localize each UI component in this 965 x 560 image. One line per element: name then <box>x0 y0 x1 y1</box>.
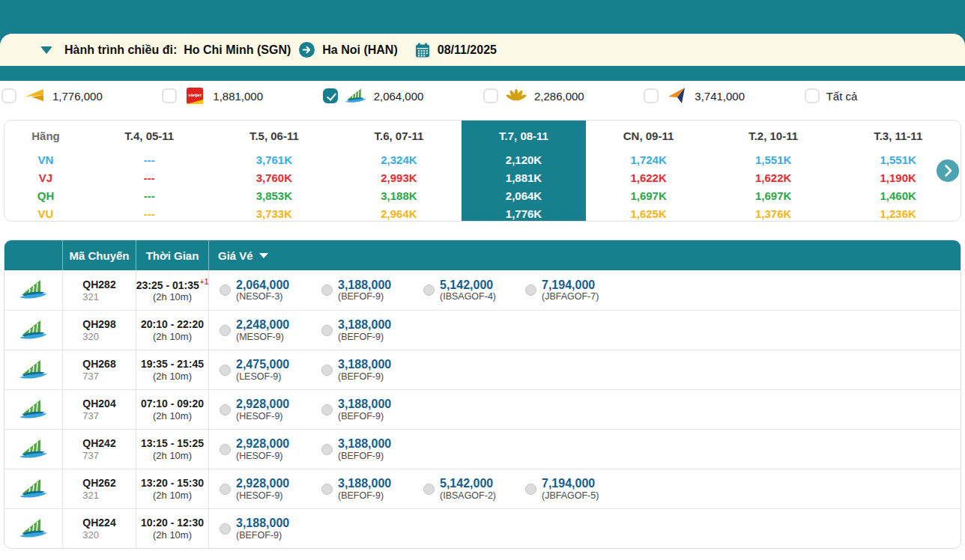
fare-option[interactable]: 2,928,000(HESOF-9) <box>220 437 321 461</box>
collapse-caret-icon[interactable] <box>40 46 52 54</box>
fare-option[interactable]: 2,928,000(HESOF-9) <box>220 398 321 421</box>
fare-option[interactable]: 5,142,000(IBSAGOF-2) <box>423 477 525 501</box>
fare-basis-code: (HESOF-9) <box>236 490 289 501</box>
header-price-sort[interactable]: Giá Vé <box>208 240 961 270</box>
fare-radio-icon[interactable] <box>525 284 536 296</box>
fare-option[interactable]: 3,188,000(BEFOF-9) <box>321 437 423 461</box>
matrix-fare-cell[interactable]: 3,733K <box>212 204 337 222</box>
matrix-fare-cell[interactable]: 1,551K <box>711 150 836 168</box>
fare-radio-icon[interactable] <box>220 444 231 455</box>
calendar-icon[interactable] <box>415 43 430 58</box>
matrix-fare-cell[interactable]: 1,697K <box>586 186 711 204</box>
fare-option[interactable]: 3,188,000(BEFOF-9) <box>321 358 423 382</box>
checkbox-icon[interactable] <box>323 88 338 103</box>
fare-option[interactable]: 7,194,000(JBFAGOF-5) <box>525 477 627 501</box>
airline-logo-cell <box>4 430 62 469</box>
fare-radio-icon[interactable] <box>321 404 333 416</box>
matrix-fare-cell[interactable]: --- <box>87 168 212 186</box>
fare-radio-icon[interactable] <box>423 284 435 296</box>
checkbox-icon[interactable] <box>805 88 820 103</box>
fare-option[interactable]: 7,194,000(JBFAGOF-7) <box>525 279 627 302</box>
departure-arrival-time: 19:35 - 21:45 <box>141 358 204 370</box>
fare-option[interactable]: 3,188,000(BEFOF-9) <box>321 318 423 342</box>
matrix-fare-cell[interactable]: 1,622K <box>711 168 836 186</box>
fare-option[interactable]: 2,928,000(HESOF-9) <box>220 477 321 501</box>
fare-option[interactable]: 5,142,000(IBSAGOF-4) <box>423 279 525 302</box>
fare-radio-icon[interactable] <box>220 325 231 336</box>
fare-radio-icon[interactable] <box>220 365 231 376</box>
matrix-fare-cell[interactable]: 1,376K <box>711 204 836 222</box>
matrix-fare-cell[interactable]: 1,724K <box>586 150 711 168</box>
fare-radio-icon[interactable] <box>220 404 231 416</box>
matrix-header-day[interactable]: T.5, 06-11 <box>212 121 337 150</box>
airline-filter-2[interactable]: vietjet 1,881,000 <box>162 87 322 105</box>
fare-radio-icon[interactable] <box>321 484 333 495</box>
fare-radio-icon[interactable] <box>321 444 333 455</box>
matrix-header-day[interactable]: T.4, 05-11 <box>87 121 212 150</box>
fare-option[interactable]: 2,475,000(LESOF-9) <box>220 358 321 382</box>
flight-code-cell: QH268737 <box>62 350 136 389</box>
departure-arrival-time: 10:20 - 12:30 <box>141 517 204 529</box>
airline-filter-5[interactable]: 3,741,000 <box>644 87 804 105</box>
flight-number: QH224 <box>82 517 115 529</box>
checkbox-icon[interactable] <box>483 88 498 103</box>
airline-filter-4[interactable]: 2,286,000 <box>483 87 644 105</box>
fare-radio-icon[interactable] <box>220 484 231 495</box>
fare-radio-icon[interactable] <box>321 284 333 296</box>
matrix-fare-cell[interactable]: 3,188K <box>336 186 462 204</box>
aircraft-type: 737 <box>82 371 115 382</box>
flight-table-header: Mã Chuyến Thời Gian Giá Vé <box>4 240 961 270</box>
matrix-fare-cell[interactable]: 1,776K <box>462 204 587 222</box>
fare-option[interactable]: 2,064,000(NESOF-3) <box>220 279 321 302</box>
matrix-fare-cell[interactable]: 1,460K <box>835 186 961 204</box>
matrix-header-day[interactable]: T.7, 08-11 <box>462 121 587 150</box>
fare-basis-code: (IBSAGOF-2) <box>440 490 496 501</box>
matrix-fare-cell[interactable]: 2,064K <box>462 186 587 204</box>
airline-filter-1[interactable]: 1,776,000 <box>1 88 162 104</box>
matrix-fare-cell[interactable]: 1,625K <box>586 204 711 222</box>
next-days-button[interactable] <box>937 159 959 182</box>
fare-option[interactable]: 3,188,000(BEFOF-9) <box>321 398 423 421</box>
matrix-fare-cell[interactable]: 2,324K <box>336 150 462 168</box>
airline-logo-cell <box>4 509 62 548</box>
matrix-fare-cell[interactable]: 1,622K <box>586 168 711 186</box>
flight-code-cell: QH282321 <box>62 270 136 310</box>
matrix-header-day[interactable]: T.2, 10-11 <box>711 121 836 150</box>
fare-option[interactable]: 3,188,000(BEFOF-9) <box>321 279 423 302</box>
matrix-fare-cell[interactable]: 3,760K <box>212 168 337 186</box>
flight-time-cell: 13:20 - 15:30(2h 10m) <box>136 469 208 508</box>
fare-radio-icon[interactable] <box>220 523 231 535</box>
fare-radio-icon[interactable] <box>423 484 435 495</box>
airline-min-price: 2,064,000 <box>374 90 424 103</box>
matrix-fare-cell[interactable]: 2,964K <box>336 204 462 222</box>
matrix-fare-cell[interactable]: --- <box>87 186 212 204</box>
matrix-fare-cell[interactable]: 1,881K <box>462 168 587 186</box>
matrix-header-day[interactable]: T.6, 07-11 <box>336 121 462 150</box>
matrix-fare-cell[interactable]: 3,761K <box>212 150 337 168</box>
matrix-fare-cell[interactable]: 1,697K <box>711 186 836 204</box>
matrix-fare-cell[interactable]: 2,120K <box>462 150 587 168</box>
fare-option[interactable]: 3,188,000(BEFOF-9) <box>220 517 321 541</box>
filter-all-airlines[interactable]: Tất cả <box>805 88 965 103</box>
journey-date: 08/11/2025 <box>438 43 497 57</box>
fare-option[interactable]: 2,248,000(MESOF-9) <box>220 318 321 342</box>
checkbox-icon[interactable] <box>162 88 177 103</box>
fare-radio-icon[interactable] <box>525 484 536 495</box>
flight-row: QH26232113:20 - 15:30(2h 10m)2,928,000(H… <box>4 469 961 508</box>
matrix-header-day[interactable]: T.3, 11-11 <box>835 121 961 150</box>
matrix-header-day[interactable]: CN, 09-11 <box>586 121 711 150</box>
fare-radio-icon[interactable] <box>321 365 333 376</box>
matrix-fare-cell[interactable]: 2,993K <box>336 168 462 186</box>
flight-row: QH26873719:35 - 21:45(2h 10m)2,475,000(L… <box>4 350 961 389</box>
checkbox-icon[interactable] <box>644 88 659 103</box>
airline-filter-3[interactable]: 2,064,000 <box>323 86 483 106</box>
fare-radio-icon[interactable] <box>321 325 333 336</box>
matrix-fare-cell[interactable]: 3,853K <box>212 186 337 204</box>
matrix-fare-cell[interactable]: 1,236K <box>835 204 961 222</box>
matrix-fare-cell[interactable]: --- <box>87 204 212 222</box>
fare-radio-icon[interactable] <box>220 284 231 296</box>
fare-option[interactable]: 3,188,000(BEFOF-9) <box>321 477 423 501</box>
checkbox-icon[interactable] <box>1 88 16 103</box>
matrix-fare-cell[interactable]: --- <box>87 150 212 168</box>
journey-destination: Ha Noi (HAN) <box>322 43 397 57</box>
